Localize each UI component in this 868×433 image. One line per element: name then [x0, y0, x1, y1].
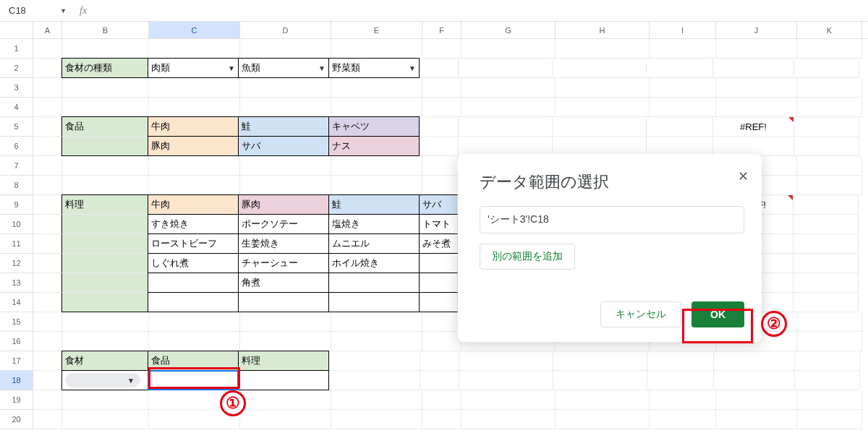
cell-E16[interactable]	[331, 332, 422, 351]
cell-I4[interactable]	[650, 98, 716, 117]
cell-A10[interactable]	[33, 215, 62, 234]
cell-K13[interactable]	[793, 273, 859, 293]
row-header-15[interactable]: 15	[0, 312, 33, 332]
cell-J5-error[interactable]: #REF!	[713, 117, 794, 137]
cell-K18[interactable]	[795, 371, 860, 390]
row-header-19[interactable]: 19	[0, 390, 33, 410]
cell-B14[interactable]	[61, 293, 148, 312]
cell-F12[interactable]	[419, 253, 458, 273]
cell-A1[interactable]	[33, 39, 62, 59]
cell-K4[interactable]	[797, 98, 862, 117]
cell-E14[interactable]	[328, 292, 420, 312]
cell-D9[interactable]: 豚肉	[238, 194, 329, 215]
cell-D2-dropdown[interactable]: 魚類 ▼	[238, 58, 329, 78]
cell-C6[interactable]: 豚肉	[148, 136, 239, 156]
cell-J20[interactable]	[716, 410, 797, 429]
row-header-13[interactable]: 13	[0, 273, 33, 293]
cell-K3[interactable]	[797, 78, 862, 98]
cell-H20[interactable]	[556, 410, 650, 429]
cell-H19[interactable]	[556, 390, 650, 410]
cell-B13[interactable]	[61, 273, 148, 293]
cell-C20[interactable]	[149, 410, 240, 429]
cell-I18[interactable]	[647, 371, 714, 390]
cell-D18[interactable]	[238, 370, 329, 390]
cell-H18[interactable]	[553, 371, 647, 390]
cell-A5[interactable]	[33, 117, 62, 137]
cell-G5[interactable]	[459, 117, 553, 137]
row-header-18[interactable]: 18	[0, 371, 33, 390]
row-header-16[interactable]: 16	[0, 332, 33, 351]
cell-C2-dropdown[interactable]: 肉類 ▼	[148, 58, 239, 78]
col-header-G[interactable]: G	[461, 22, 556, 38]
cell-D8[interactable]	[240, 176, 331, 195]
cell-E8[interactable]	[331, 176, 422, 195]
cell-C4[interactable]	[149, 98, 240, 117]
cell-J1[interactable]	[716, 39, 797, 59]
cell-J6[interactable]	[713, 137, 794, 156]
cell-J2[interactable]	[713, 59, 794, 78]
cell-F3[interactable]	[422, 78, 461, 98]
col-header-H[interactable]: H	[556, 22, 650, 38]
cell-B6[interactable]	[61, 137, 148, 156]
row-header-3[interactable]: 3	[0, 78, 33, 98]
cell-K7[interactable]	[797, 156, 862, 176]
col-header-K[interactable]: K	[797, 22, 862, 38]
cell-B8[interactable]	[62, 176, 149, 195]
cell-B10[interactable]	[61, 215, 148, 234]
cell-C18[interactable]	[148, 370, 239, 390]
cell-G18[interactable]	[459, 371, 553, 390]
cell-C11[interactable]: ローストビーフ	[148, 233, 239, 254]
cell-I20[interactable]	[650, 410, 716, 429]
row-header-9[interactable]: 9	[0, 195, 33, 215]
cell-A14[interactable]	[33, 293, 62, 312]
cell-C10[interactable]: すき焼き	[148, 214, 239, 234]
cell-G20[interactable]	[461, 410, 556, 429]
cell-H1[interactable]	[556, 39, 650, 59]
cell-K20[interactable]	[797, 410, 862, 429]
cell-C1[interactable]	[149, 39, 240, 59]
formula-input[interactable]	[95, 3, 864, 19]
cell-D17[interactable]: 料理	[238, 351, 329, 371]
cell-C5[interactable]: 牛肉	[148, 116, 239, 137]
cell-A4[interactable]	[33, 98, 62, 117]
cell-A15[interactable]	[33, 312, 62, 332]
cell-D11[interactable]: 生姜焼き	[238, 233, 329, 254]
cell-C16[interactable]	[149, 332, 240, 351]
cell-I2[interactable]	[647, 59, 713, 78]
cell-B17[interactable]: 食材	[61, 351, 148, 371]
cell-E19[interactable]	[331, 390, 422, 410]
cell-E18[interactable]	[329, 371, 420, 390]
cell-J4[interactable]	[716, 98, 797, 117]
row-header-14[interactable]: 14	[0, 293, 33, 312]
cell-H3[interactable]	[556, 78, 650, 98]
cell-F1[interactable]	[422, 39, 461, 59]
col-header-D[interactable]: D	[240, 22, 331, 38]
cell-K10[interactable]	[793, 215, 859, 234]
cell-D7[interactable]	[240, 156, 331, 176]
cell-F17[interactable]	[420, 351, 459, 371]
cell-F13[interactable]	[419, 273, 458, 293]
cell-E1[interactable]	[331, 39, 422, 59]
cell-D12[interactable]: チャーシュー	[238, 253, 329, 273]
cell-G6[interactable]	[459, 137, 553, 156]
cell-B7[interactable]	[62, 156, 149, 176]
row-header-8[interactable]: 8	[0, 176, 33, 195]
range-input[interactable]	[480, 206, 744, 233]
dialog-close-button[interactable]: ✕	[738, 168, 749, 184]
cell-C9[interactable]: 牛肉	[148, 194, 239, 215]
cell-F14[interactable]	[419, 292, 458, 312]
cell-I19[interactable]	[650, 390, 716, 410]
cell-C19[interactable]	[149, 390, 240, 410]
cell-F15[interactable]	[422, 312, 461, 332]
cell-F20[interactable]	[422, 410, 461, 429]
cell-K15[interactable]	[797, 312, 862, 332]
cell-K2[interactable]	[794, 59, 859, 78]
col-header-B[interactable]: B	[62, 22, 149, 38]
cell-C15[interactable]	[149, 312, 240, 332]
row-header-6[interactable]: 6	[0, 137, 33, 156]
row-header-10[interactable]: 10	[0, 215, 33, 234]
cell-K5[interactable]	[794, 117, 859, 137]
cell-B19[interactable]	[62, 390, 149, 410]
cell-D1[interactable]	[240, 39, 331, 59]
cell-D16[interactable]	[240, 332, 331, 351]
